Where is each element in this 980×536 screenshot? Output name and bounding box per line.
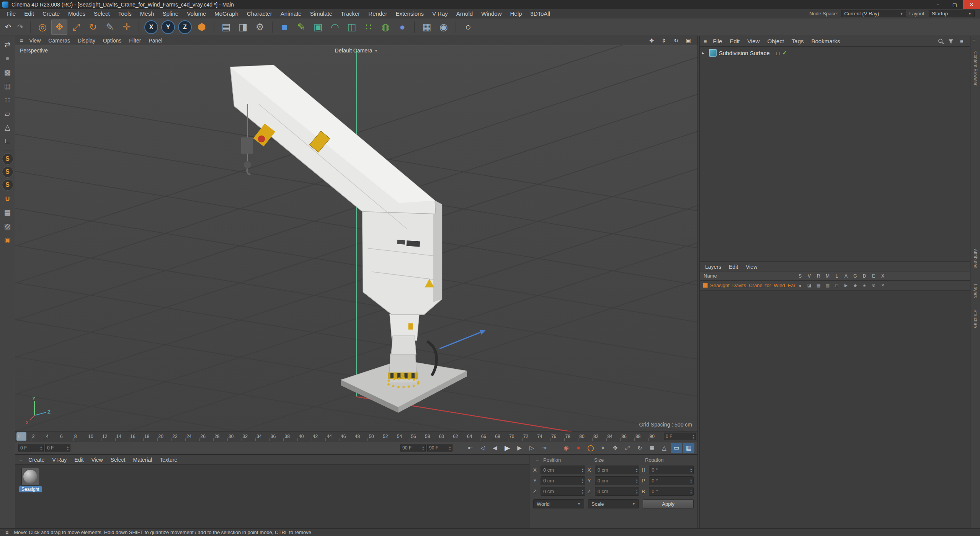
material-menu-item[interactable]: Create <box>24 456 48 463</box>
viewport-menu-item[interactable]: View <box>25 37 44 44</box>
maximize-button[interactable]: ▢ <box>946 0 963 9</box>
pan-view-icon[interactable]: ✥ <box>647 37 656 44</box>
light-icon[interactable]: ○ <box>460 20 476 35</box>
start-frame-field[interactable]: 0 F ▴▾ <box>18 444 44 452</box>
material-thumbnail[interactable] <box>21 468 39 485</box>
stepper-icon[interactable]: ▴▾ <box>693 434 694 439</box>
material-menu-item[interactable]: Edit <box>70 456 87 463</box>
panel-options-icon[interactable]: ≡ <box>958 38 965 44</box>
layer-column-header[interactable]: R <box>814 273 823 279</box>
last-used-tool-icon[interactable]: ✎ <box>102 20 118 35</box>
rotate-tool-icon[interactable]: ↻ <box>85 20 101 35</box>
menu-item[interactable]: Modes <box>64 10 90 17</box>
rotation-field[interactable]: 0 ° ▴▾ <box>649 476 694 485</box>
pen-tool-icon[interactable]: ✎ <box>293 20 309 35</box>
animation-palette-icon[interactable]: ▦ <box>683 443 694 453</box>
size-field[interactable]: 0 cm ▴▾ <box>595 466 640 474</box>
layer-toggle-icon[interactable]: ▶ <box>841 283 851 288</box>
record-active-objects-icon[interactable]: ◉ <box>560 443 572 453</box>
panel-menu-icon[interactable]: ≡ <box>18 38 25 44</box>
material-menu-item[interactable]: View <box>87 456 106 463</box>
object-tree[interactable]: ▸ Subdivision Surface ◻ ✓ <box>700 47 970 261</box>
layer-toggle-icon[interactable]: ● <box>795 283 805 288</box>
record-rotation-icon[interactable]: ↻ <box>634 443 645 453</box>
record-scale-icon[interactable]: ⤢ <box>622 443 633 453</box>
layer-row[interactable]: Seasight_Davits_Crane_for_Wind_Farms ●◪▤… <box>700 281 970 291</box>
go-to-start-button[interactable]: ⇤ <box>465 443 476 453</box>
enable-snap-icon[interactable]: ∪ <box>1 192 14 204</box>
record-position-icon[interactable]: ✥ <box>609 443 621 453</box>
workplane-snap-icon[interactable]: ▨ <box>1 220 14 232</box>
object-name[interactable]: Subdivision Surface <box>719 50 770 56</box>
preview-end-field[interactable]: 90 F ▴▾ <box>400 444 426 452</box>
menu-item[interactable]: Edit <box>20 10 38 17</box>
layout-dropdown[interactable]: Startup ▼ <box>929 10 975 17</box>
camera-icon[interactable]: ◉ <box>436 20 452 35</box>
panel-menu-icon[interactable]: ≡ <box>17 457 24 463</box>
menu-item[interactable]: MoGraph <box>210 10 243 17</box>
layer-column-header[interactable]: V <box>805 273 814 279</box>
record-keyframe-icon[interactable]: ● <box>573 443 584 453</box>
bend-deformer-icon[interactable]: ◠ <box>327 20 343 35</box>
menu-item[interactable]: Tools <box>114 10 136 17</box>
menu-item[interactable]: V-Ray <box>428 10 452 17</box>
menu-item[interactable]: Extensions <box>392 10 428 17</box>
search-icon[interactable] <box>938 38 944 44</box>
axis-handle-z[interactable] <box>439 330 485 349</box>
apply-button[interactable]: Apply <box>643 499 694 508</box>
timeline-ruler[interactable]: 0246810121416182022242628303234363840424… <box>15 431 697 441</box>
layers-menu-item[interactable]: Layers <box>701 263 725 270</box>
menu-item[interactable]: Character <box>243 10 276 17</box>
coordinate-system-icon[interactable]: ⬢ <box>194 20 210 35</box>
tweak-mode-icon[interactable]: ✛ <box>119 20 135 35</box>
layer-column-header[interactable]: D <box>860 273 869 279</box>
object-row[interactable]: ▸ Subdivision Surface ◻ ✓ <box>700 47 970 58</box>
go-to-end-button[interactable]: ⇥ <box>538 443 550 453</box>
dolly-view-icon[interactable]: ⇕ <box>659 37 668 44</box>
stepper-icon[interactable]: ▴▾ <box>40 445 42 451</box>
texture-mode-icon[interactable]: ▩ <box>1 66 14 78</box>
panel-menu-icon[interactable]: ≡ <box>973 38 975 44</box>
menu-item[interactable]: Animate <box>276 10 306 17</box>
auto-workplane-icon[interactable]: ◉ <box>1 234 14 246</box>
layer-toggle-icon[interactable]: ✕ <box>878 283 887 288</box>
viewport-menu-item[interactable]: Options <box>99 37 125 44</box>
cloner-icon[interactable]: ∷ <box>361 20 377 35</box>
material-menu-item[interactable]: Select <box>107 456 129 463</box>
rotation-field[interactable]: 0 ° ▴▾ <box>649 466 694 474</box>
side-tab[interactable]: Structure <box>973 309 978 328</box>
edges-mode-icon[interactable]: ▱ <box>1 107 14 119</box>
layer-toggle-icon[interactable]: ▥ <box>823 283 832 288</box>
object-manager-menu-item[interactable]: Object <box>763 38 787 45</box>
menu-item[interactable]: Mesh <box>136 10 158 17</box>
camera-label[interactable]: Default Camera ▼ <box>335 47 378 54</box>
layer-toggle-icon[interactable]: ◆ <box>851 283 860 288</box>
filter-icon[interactable] <box>948 38 954 44</box>
menu-item[interactable]: Arnold <box>452 10 477 17</box>
viewport-menu-item[interactable]: Filter <box>125 37 145 44</box>
menu-item[interactable]: Window <box>477 10 506 17</box>
scale-tool-icon[interactable]: ⤢ <box>68 20 84 35</box>
layers-menu-item[interactable]: View <box>742 263 761 270</box>
material-menu-item[interactable]: Texture <box>156 456 181 463</box>
subdivision-surface-icon[interactable]: ▣ <box>310 20 326 35</box>
field-icon[interactable]: ◍ <box>377 20 394 35</box>
go-to-previous-key-button[interactable]: ◁ <box>477 443 488 453</box>
node-space-dropdown[interactable]: Current (V-Ray) ▼ <box>841 10 906 17</box>
position-field[interactable]: 0 cm ▴▾ <box>541 466 585 474</box>
stepper-icon[interactable]: ▴▾ <box>449 445 451 451</box>
instance-icon[interactable]: ◫ <box>344 20 360 35</box>
volume-icon[interactable]: ● <box>394 20 410 35</box>
view-label[interactable]: Perspective <box>20 47 48 54</box>
subdivision-surface-object-icon[interactable] <box>709 49 717 57</box>
size-field[interactable]: 0 cm ▴▾ <box>595 476 640 485</box>
toggle-view-icon[interactable]: ▣ <box>684 37 693 44</box>
viewport-menu-item[interactable]: Cameras <box>44 37 74 44</box>
rotation-field[interactable]: 0 ° ▴▾ <box>649 487 694 496</box>
solo-animation-icon[interactable]: ▭ <box>671 443 682 453</box>
side-tab[interactable]: Attributes <box>973 249 978 268</box>
layer-toggle-icon[interactable]: ◈ <box>860 283 869 288</box>
material-menu-item[interactable]: Material <box>129 456 156 463</box>
material-tile[interactable]: Seasight <box>19 468 42 492</box>
layer-column-header[interactable]: L <box>832 273 841 279</box>
